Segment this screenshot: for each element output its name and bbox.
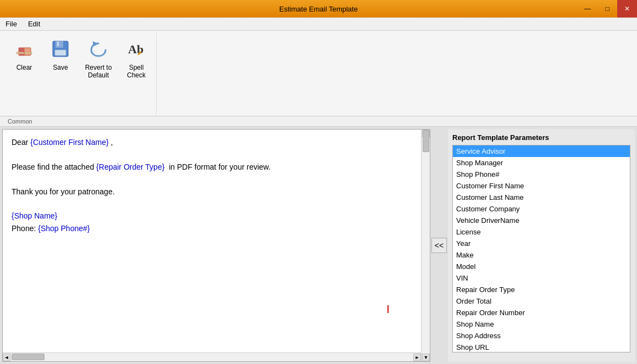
main-content: Dear {Customer First Name} , Please find… — [0, 127, 637, 364]
toolbar-group-main: Clear Save Revert to Default — [4, 33, 157, 115]
menu-file[interactable]: File — [0, 19, 23, 29]
editor-line-2 — [12, 148, 412, 160]
params-panel: Report Template Parameters Service Advis… — [448, 129, 635, 362]
svg-rect-7 — [55, 50, 66, 55]
params-item-shop-manager[interactable]: Shop Manager — [453, 157, 630, 169]
editor-line-5: Thank you for your patronage. — [12, 186, 412, 198]
clear-label: Clear — [16, 64, 32, 71]
params-item-repair-order-type[interactable]: Repair Order Type — [453, 284, 630, 295]
params-item-order-total[interactable]: Order Total — [453, 295, 630, 307]
menu-edit[interactable]: Edit — [23, 19, 46, 29]
clear-icon — [14, 39, 34, 61]
insert-divider: << — [430, 127, 448, 364]
scrollbar-bottom[interactable]: ◄ ► — [3, 352, 421, 361]
toolbar: Clear Save Revert to Default — [0, 31, 637, 127]
scroll-down-arrow[interactable]: ▼ — [422, 354, 430, 361]
save-icon — [51, 39, 70, 61]
insert-button[interactable]: << — [431, 238, 447, 253]
svg-rect-1 — [19, 48, 24, 55]
tag-repair-order-type: {Repair Order Type} — [96, 163, 164, 171]
revert-label: Revert to Default — [85, 64, 112, 80]
spell-check-label: Spell Check — [127, 64, 146, 80]
params-item-customer-company[interactable]: Customer Company — [453, 203, 630, 215]
params-item-repair-order-number[interactable]: Repair Order Number — [453, 307, 630, 318]
editor-line-3: Please find the attached {Repair Order T… — [12, 161, 412, 173]
svg-point-10 — [140, 52, 142, 53]
menu-bar: File Edit — [0, 18, 637, 31]
params-item-vehicle-driver-name[interactable]: Vehicle DriverName — [453, 215, 630, 226]
svg-text:Ab: Ab — [128, 42, 143, 56]
window-controls: — □ ✕ — [578, 0, 637, 18]
editor-area[interactable]: Dear {Customer First Name} , Please find… — [2, 129, 430, 362]
clear-button[interactable]: Clear — [7, 35, 42, 74]
title-bar: Estimate Email Template — □ ✕ — [0, 0, 637, 18]
params-item-make[interactable]: Make — [453, 249, 630, 261]
save-label: Save — [53, 64, 68, 71]
tag-customer-first-name: {Customer First Name} — [30, 138, 108, 147]
params-item-shop-phone[interactable]: Shop Phone# — [453, 169, 630, 180]
editor-content[interactable]: Dear {Customer First Name} , Please find… — [3, 130, 421, 352]
editor-line-8: Phone: {Shop Phone#} — [12, 222, 412, 234]
close-button[interactable]: ✕ — [617, 0, 637, 18]
svg-rect-6 — [57, 42, 59, 46]
params-item-vin[interactable]: VIN — [453, 272, 630, 284]
params-item-shop-url[interactable]: Shop URL — [453, 341, 630, 352]
revert-icon — [88, 39, 108, 61]
window-title: Estimate Email Template — [279, 5, 358, 13]
save-button[interactable]: Save — [43, 35, 78, 74]
scroll-right-arrow[interactable]: ► — [413, 354, 421, 361]
editor-line-1: Dear {Customer First Name} , — [12, 136, 412, 148]
editor-line-4 — [12, 173, 412, 185]
params-item-shop-name[interactable]: Shop Name — [453, 318, 630, 330]
revert-button[interactable]: Revert to Default — [79, 35, 118, 82]
editor-line-7: {Shop Name} — [12, 210, 412, 222]
scrollbar-right[interactable]: ▲ ▼ — [421, 130, 430, 361]
scroll-thumb-h[interactable] — [12, 354, 45, 360]
spell-check-icon: Ab — [126, 39, 146, 61]
svg-marker-8 — [93, 41, 98, 47]
toolbar-section-label: Common — [8, 118, 32, 125]
tag-shop-phone: {Shop Phone#} — [38, 224, 90, 233]
params-item-service-advisor[interactable]: Service Advisor — [453, 145, 630, 157]
svg-rect-5 — [56, 41, 63, 48]
params-item-shop-address[interactable]: Shop Address — [453, 330, 630, 341]
scroll-thumb-v[interactable] — [423, 130, 429, 152]
params-item-customer-first-name[interactable]: Customer First Name — [453, 180, 630, 192]
text-cursor — [387, 305, 389, 313]
editor-line-6 — [12, 198, 412, 210]
params-item-model[interactable]: Model — [453, 261, 630, 272]
scroll-left-arrow[interactable]: ◄ — [3, 354, 10, 361]
minimize-button[interactable]: — — [578, 0, 597, 18]
maximize-button[interactable]: □ — [597, 0, 617, 18]
params-title: Report Template Parameters — [452, 133, 630, 142]
params-list[interactable]: Service AdvisorShop ManagerShop Phone#Cu… — [452, 145, 630, 352]
params-item-year[interactable]: Year — [453, 238, 630, 249]
spell-check-button[interactable]: Ab Spell Check — [119, 35, 154, 82]
params-item-license[interactable]: License — [453, 226, 630, 238]
params-item-customer-last-name[interactable]: Customer Last Name — [453, 192, 630, 203]
tag-shop-name: {Shop Name} — [12, 211, 57, 220]
insert-icon: << — [435, 241, 444, 250]
